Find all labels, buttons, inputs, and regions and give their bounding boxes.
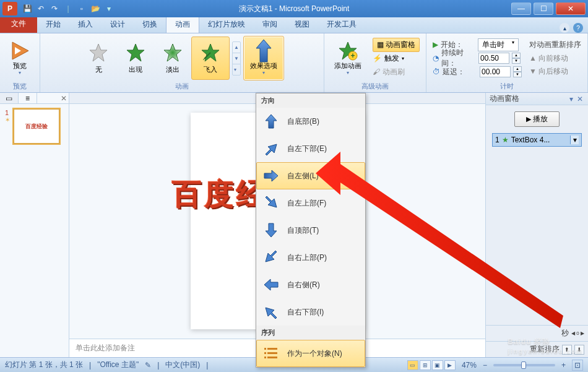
anim-fade[interactable]: 淡出 bbox=[154, 37, 191, 80]
duration-spinner[interactable]: ▲▼ bbox=[512, 53, 521, 64]
reorder-panel: 对动画重新排序 ▲向前移动 ▼向后移动 bbox=[527, 38, 584, 79]
qat-more-icon[interactable]: ▾ bbox=[104, 4, 114, 14]
tab-file[interactable]: 文件 bbox=[0, 15, 37, 33]
help-icon[interactable]: ? bbox=[573, 23, 583, 33]
dd-from-top[interactable]: 自顶部(T) bbox=[256, 217, 365, 244]
backward-label: 向后移动 bbox=[538, 66, 568, 77]
up-icon: ▲ bbox=[529, 54, 537, 63]
anim-flyin[interactable]: 飞入 bbox=[191, 37, 230, 80]
status-slide: 幻灯片 第 1 张，共 1 张 bbox=[5, 360, 83, 370]
dd-from-top-right[interactable]: 自右上部(P) bbox=[256, 244, 365, 271]
tab-developer[interactable]: 开发工具 bbox=[318, 16, 365, 33]
arrow-upleft-icon bbox=[262, 303, 280, 321]
status-lang[interactable]: 中文(中国) bbox=[165, 360, 200, 370]
move-backward-button: ▼向后移动 bbox=[529, 66, 581, 77]
anim-pane-body: ▶ 播放 1 ★ TextBox 4... ▾ bbox=[486, 105, 588, 325]
slides-tab[interactable]: ▭ bbox=[0, 93, 19, 103]
seconds-label: 秒 bbox=[561, 328, 569, 339]
delay-spinner[interactable]: ▲▼ bbox=[513, 66, 522, 77]
advanced-panel: ▦动画窗格 ⚡触发 ▾ 🖌动画刷 bbox=[370, 37, 422, 79]
spellcheck-icon[interactable]: ✎ bbox=[145, 361, 151, 370]
tab-view[interactable]: 视图 bbox=[286, 16, 318, 33]
redo-icon[interactable]: ↷ bbox=[50, 4, 59, 14]
preview-button[interactable]: 预览 ▾ bbox=[4, 36, 36, 80]
slide-thumbnail[interactable]: 百度经验 bbox=[14, 109, 59, 144]
effect-options-button[interactable]: 效果选项 ▾ bbox=[243, 36, 284, 80]
move-forward-button: ▲向前移动 bbox=[529, 53, 581, 64]
view-buttons: ▭ ⊞ ▣ ▶ bbox=[407, 360, 456, 370]
reorder-down-icon[interactable]: ⬇ bbox=[574, 345, 584, 355]
tab-transitions[interactable]: 切换 bbox=[134, 16, 166, 33]
caret-icon: ▾ bbox=[347, 70, 349, 76]
trigger-button[interactable]: ⚡触发 ▾ bbox=[373, 52, 420, 64]
dd-from-right[interactable]: 自右侧(R) bbox=[256, 271, 365, 298]
tab-home[interactable]: 开始 bbox=[37, 16, 69, 33]
start-select[interactable]: 单击时▾ bbox=[478, 38, 519, 51]
dd-label: 自右上部(P) bbox=[287, 253, 327, 263]
pane-close-icon[interactable]: ✕ bbox=[576, 95, 584, 103]
slideshow-view-icon[interactable]: ▶ bbox=[444, 360, 456, 370]
gallery-up-icon[interactable]: ▲ bbox=[233, 42, 240, 53]
quick-access-toolbar: 💾 ↶ ↷ | ▫ 📂 ▾ bbox=[22, 4, 114, 14]
minimize-button[interactable]: — bbox=[511, 2, 531, 15]
pane-icon: ▦ bbox=[377, 40, 384, 49]
gallery-down-icon[interactable]: ▼ bbox=[233, 53, 240, 64]
zoom-slider[interactable] bbox=[493, 364, 555, 366]
tab-slideshow[interactable]: 幻灯片放映 bbox=[199, 16, 254, 33]
anim-pane-header: 动画窗格 ▾ ✕ bbox=[486, 93, 588, 105]
tab-insert[interactable]: 插入 bbox=[69, 16, 102, 33]
outline-tab[interactable]: ≡ bbox=[19, 93, 37, 103]
reorder-title: 对动画重新排序 bbox=[529, 40, 581, 50]
add-animation-button[interactable]: + 添加动画 ▾ bbox=[328, 36, 368, 80]
ribbon: 预览 ▾ 预览 无 出现 淡出 飞入 ▲ bbox=[0, 33, 588, 93]
delay-input[interactable] bbox=[480, 66, 511, 77]
animation-pane-button[interactable]: ▦动画窗格 bbox=[373, 38, 420, 52]
undo-icon[interactable]: ↶ bbox=[36, 4, 46, 14]
play-button[interactable]: ▶ 播放 bbox=[514, 111, 560, 127]
dd-label: 自右侧(R) bbox=[287, 280, 320, 290]
item-menu-icon[interactable]: ▾ bbox=[570, 136, 579, 144]
maximize-button[interactable]: ☐ bbox=[534, 2, 553, 15]
add-animation-icon: + bbox=[338, 41, 358, 61]
zoom-value[interactable]: 47% bbox=[462, 361, 477, 370]
anim-indicator-icon: ✶ bbox=[5, 116, 11, 123]
anim-none[interactable]: 无 bbox=[80, 37, 117, 80]
new-icon[interactable]: ▫ bbox=[77, 4, 87, 14]
open-icon[interactable]: 📂 bbox=[90, 4, 100, 14]
dd-from-left[interactable]: 自左侧(L) bbox=[256, 162, 365, 189]
reading-view-icon[interactable]: ▣ bbox=[432, 360, 443, 370]
app-icon[interactable]: P bbox=[2, 2, 17, 15]
dd-from-bottom-right[interactable]: 自右下部(I) bbox=[256, 298, 365, 326]
zoom-in-icon[interactable]: + bbox=[561, 361, 566, 370]
start-value: 单击时 bbox=[482, 40, 504, 50]
dd-as-one-object[interactable]: 作为一个对象(N) bbox=[256, 340, 365, 367]
timeline-scroll[interactable]: ◀ 0 ▶ bbox=[571, 331, 584, 336]
add-anim-label: 添加动画 bbox=[334, 62, 361, 70]
dd-from-bottom[interactable]: 自底部(B) bbox=[256, 108, 365, 135]
close-button[interactable]: ✕ bbox=[556, 2, 586, 15]
save-icon[interactable]: 💾 bbox=[22, 4, 32, 14]
item-num: 1 bbox=[495, 136, 499, 144]
zoom-out-icon[interactable]: − bbox=[483, 361, 487, 370]
normal-view-icon[interactable]: ▭ bbox=[407, 360, 418, 370]
gallery-more-icon[interactable]: ▾ bbox=[233, 64, 240, 75]
tab-review[interactable]: 审阅 bbox=[254, 16, 286, 33]
anim-list-item[interactable]: 1 ★ TextBox 4... ▾ bbox=[492, 133, 582, 147]
tab-design[interactable]: 设计 bbox=[102, 16, 134, 33]
reorder-up-icon[interactable]: ⬆ bbox=[562, 345, 572, 355]
group-label: 计时 bbox=[430, 80, 584, 91]
dd-from-bottom-left[interactable]: 自左下部(E) bbox=[256, 135, 365, 162]
sorter-view-icon[interactable]: ⊞ bbox=[420, 360, 431, 370]
minimize-ribbon-icon[interactable]: ▴ bbox=[560, 23, 569, 33]
pane-dropdown-icon[interactable]: ▾ bbox=[567, 95, 576, 103]
fit-icon[interactable]: ⊡ bbox=[572, 360, 583, 371]
anim-appear[interactable]: 出现 bbox=[117, 37, 154, 80]
dd-from-top-left[interactable]: 自左上部(F) bbox=[256, 189, 365, 217]
group-timing: ▶ 开始： 单击时▾ ◔ 持续时间： ▲▼ ⏱ 延迟： ▲▼ bbox=[426, 33, 588, 92]
tab-animations[interactable]: 动画 bbox=[166, 15, 199, 33]
panel-close-icon[interactable]: ✕ bbox=[59, 93, 69, 103]
duration-input[interactable] bbox=[478, 53, 509, 64]
start-icon: ▶ bbox=[433, 40, 438, 49]
group-advanced: + 添加动画 ▾ ▦动画窗格 ⚡触发 ▾ 🖌动画刷 高级动画 bbox=[324, 33, 426, 92]
thumbnail-area: 1 ✶ 百度经验 bbox=[0, 104, 69, 149]
